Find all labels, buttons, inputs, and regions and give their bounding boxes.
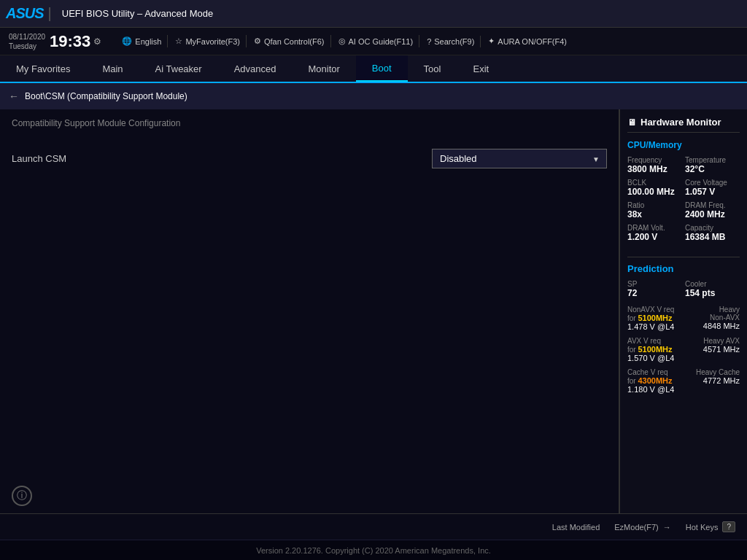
ai-icon: ◎ xyxy=(338,36,346,46)
cpu-memory-grid: Frequency 3800 MHz Temperature 32°C BCLK… xyxy=(627,156,740,242)
info-icon[interactable]: ⓘ xyxy=(12,486,32,506)
nav-bar: My Favorites Main Ai Tweaker Advanced Mo… xyxy=(0,55,747,83)
version-bar: Version 2.20.1276. Copyright (C) 2020 Am… xyxy=(0,540,747,560)
cooler-item: Cooler 154 pts xyxy=(685,280,740,298)
monitor-icon: 🖥 xyxy=(627,117,636,128)
hot-keys-badge: ? xyxy=(722,521,735,532)
aura-button[interactable]: ✦ AURA ON/OFF(F4) xyxy=(482,35,573,47)
nav-main[interactable]: Main xyxy=(86,55,139,82)
launch-csm-select[interactable]: Disabled Enabled xyxy=(432,149,607,168)
left-panel: Compatibility Support Module Configurati… xyxy=(0,109,619,513)
hardware-monitor-panel: 🖥 Hardware Monitor CPU/Memory Frequency … xyxy=(619,109,747,513)
hot-keys-label: Hot Keys xyxy=(686,523,719,532)
pred-block-avx: AVX V req for 5100MHz 1.570 V @L4 Heavy … xyxy=(627,337,740,362)
question-icon: ? xyxy=(427,37,431,46)
myfavorite-button[interactable]: ☆ MyFavorite(F3) xyxy=(169,35,247,47)
info-icon-container: ⓘ xyxy=(0,478,619,513)
nav-boot[interactable]: Boot xyxy=(356,55,408,82)
pred-sp-cooler-grid: SP 72 Cooler 154 pts xyxy=(627,280,740,298)
content-area: Compatibility Support Module Configurati… xyxy=(0,109,619,478)
clock-settings-icon[interactable]: ⚙ xyxy=(93,36,101,47)
time-display: 19:33 xyxy=(50,32,90,51)
dram-freq-item: DRAM Freq. 2400 MHz xyxy=(685,201,740,219)
hw-monitor-title: 🖥 Hardware Monitor xyxy=(627,117,740,133)
bios-title: UEFI BIOS Utility – Advanced Mode xyxy=(62,8,213,19)
star-icon: ☆ xyxy=(175,36,182,46)
frequency-item: Frequency 3800 MHz xyxy=(627,156,682,174)
nav-ai-tweaker[interactable]: Ai Tweaker xyxy=(139,55,218,82)
last-modified-label: Last Modified xyxy=(552,523,600,532)
version-text: Version 2.20.1276. Copyright (C) 2020 Am… xyxy=(256,546,491,555)
pred-block-nonavx: NonAVX V req for 5100MHz 1.478 V @L4 Hea… xyxy=(627,306,740,331)
ratio-item: Ratio 38x xyxy=(627,201,682,219)
hw-divider xyxy=(627,257,740,257)
cpu-memory-title: CPU/Memory xyxy=(627,140,740,150)
nav-exit[interactable]: Exit xyxy=(457,55,505,82)
pred-block-cache: Cache V req for 4300MHz 1.180 V @L4 Heav… xyxy=(627,368,740,394)
capacity-item: Capacity 16384 MB xyxy=(685,224,740,242)
launch-csm-label: Launch CSM xyxy=(12,153,66,164)
footer: Last Modified EzMode(F7) → Hot Keys ? xyxy=(0,513,747,540)
back-arrow[interactable]: ← xyxy=(9,90,19,102)
header-bar: ASUS | UEFI BIOS Utility – Advanced Mode xyxy=(0,0,747,28)
clock-bar: 08/11/2020 Tuesday 19:33 ⚙ 🌐 English ☆ M… xyxy=(0,28,747,55)
section-title: Compatibility Support Module Configurati… xyxy=(12,118,607,128)
date-display: 08/11/2020 Tuesday xyxy=(9,32,45,51)
nav-advanced[interactable]: Advanced xyxy=(218,55,293,82)
nav-tool[interactable]: Tool xyxy=(408,55,457,82)
breadcrumb: ← Boot\CSM (Compatibility Support Module… xyxy=(0,83,747,109)
core-voltage-item: Core Voltage 1.057 V xyxy=(685,179,740,197)
sp-item: SP 72 xyxy=(627,280,682,298)
last-modified-item[interactable]: Last Modified xyxy=(552,523,600,532)
temperature-item: Temperature 32°C xyxy=(685,156,740,174)
clock-bar-items: 🌐 English ☆ MyFavorite(F3) ⚙ Qfan Contro… xyxy=(116,35,573,47)
launch-csm-dropdown-wrapper: Disabled Enabled ▼ xyxy=(432,149,607,168)
nav-monitor[interactable]: Monitor xyxy=(293,55,356,82)
aura-icon: ✦ xyxy=(488,36,495,46)
qfan-button[interactable]: ⚙ Qfan Control(F6) xyxy=(248,35,331,47)
asus-logo-text: ASUS xyxy=(6,5,44,22)
bclk-item: BCLK 100.00 MHz xyxy=(627,179,682,197)
aioc-button[interactable]: ◎ AI OC Guide(F11) xyxy=(333,35,420,47)
prediction-title: Prediction xyxy=(627,263,740,274)
fan-icon: ⚙ xyxy=(254,36,261,46)
language-selector[interactable]: 🌐 English xyxy=(116,35,168,47)
launch-csm-row: Launch CSM Disabled Enabled ▼ xyxy=(12,143,607,174)
ez-mode-item[interactable]: EzMode(F7) → xyxy=(614,523,671,532)
hot-keys-item[interactable]: Hot Keys ? xyxy=(686,521,735,532)
asus-logo: ASUS | UEFI BIOS Utility – Advanced Mode xyxy=(6,5,213,22)
search-button[interactable]: ? Search(F9) xyxy=(421,36,481,47)
nav-my-favorites[interactable]: My Favorites xyxy=(0,55,86,82)
ez-mode-icon: → xyxy=(663,523,671,532)
main-content: Compatibility Support Module Configurati… xyxy=(0,109,747,513)
breadcrumb-path: Boot\CSM (Compatibility Support Module) xyxy=(25,91,187,101)
globe-icon: 🌐 xyxy=(122,36,132,46)
ez-mode-label: EzMode(F7) xyxy=(614,523,659,532)
dram-volt-item: DRAM Volt. 1.200 V xyxy=(627,224,682,242)
